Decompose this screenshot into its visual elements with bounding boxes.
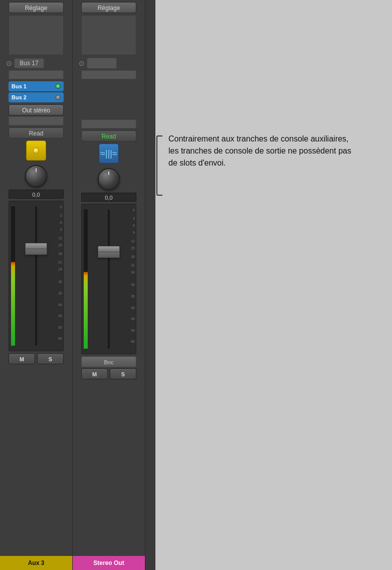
fader-area-stereo: 0 3 6 9 12 15 18 21 24 30 35 40 45 50 60 [81,204,136,354]
empty-slot-aux3-2 [9,116,64,125]
send1-label: Bus 1 [12,81,27,91]
waveform-icon-stereo: ≈|||≈ [100,149,117,159]
fader-area-aux3: 0 3 6 9 12 15 18 21 24 30 35 40 45 50 60 [9,201,64,351]
track-dot-aux3 [33,148,39,154]
fader-rail-stereo [108,209,110,349]
pan-knob-aux3[interactable] [24,164,49,189]
fader-rail-aux3 [35,206,37,346]
empty-slot-stereo-2 [81,119,136,128]
empty-slot-aux3-1 [9,70,64,79]
bus-slot-empty-stereo [87,58,117,69]
send-slot-bus2[interactable]: Bus 2 [9,92,64,102]
send1-dot [56,84,61,89]
send2-label: Bus 2 [12,92,27,102]
empty-slot-stereo-1 [81,70,136,79]
track-indicator-stereo: ≈|||≈ [99,144,119,164]
read-button-stereo[interactable]: Read [81,130,136,141]
annotation-bracket [156,135,162,196]
reglage-button-stereo[interactable]: Réglage [81,2,136,13]
track-indicator-aux3 [26,140,46,161]
pan-knob-stereo[interactable] [96,167,121,192]
output-label-aux3[interactable]: Out stéréo [9,104,64,115]
bus-routing-stereo: ⊙ [79,57,139,69]
link-icon-aux3: ⊙ [6,59,12,67]
solo-button-aux3[interactable]: S [37,353,64,364]
bnc-button-stereo[interactable]: Bnc [81,356,136,367]
channel-strip-aux3: Réglage ⊙ Bus 17 Bus 1 Bus 2 Out stéréo … [0,0,73,570]
link-icon-stereo: ⊙ [79,59,85,67]
mute-button-aux3[interactable]: M [9,353,35,364]
bus-label-aux3[interactable]: Bus 17 [14,58,44,68]
plugin-area-stereo [81,15,136,55]
mute-button-stereo[interactable]: M [81,368,108,379]
bus-routing-aux3: ⊙ Bus 17 [6,57,66,69]
fader-scale-aux3: 0 3 6 9 12 15 18 21 24 30 35 40 45 50 60 [53,205,62,347]
knob-stereo[interactable] [98,168,120,190]
send-slot-bus1[interactable]: Bus 1 [9,81,64,91]
annotation-text: Contrairement aux tranches de console au… [168,130,359,169]
channel-strip-stereo-out: Réglage ⊙ Read ≈|||≈ 0,0 [73,0,145,570]
knob-aux3[interactable] [25,165,47,187]
bottom-buttons-aux3: M S [9,353,64,364]
fader-scale-stereo: 0 3 6 9 12 15 18 21 24 30 35 40 45 50 60 [126,208,135,350]
fader-handle-stereo[interactable] [98,246,120,258]
solo-button-stereo[interactable]: S [110,368,136,379]
channel-name-aux3: Aux 3 [0,556,72,570]
vol-display-aux3: 0,0 [9,190,64,199]
read-button-aux3[interactable]: Read [9,127,64,138]
fader-handle-aux3[interactable] [25,243,47,255]
plugin-area-aux3 [9,15,64,55]
bottom-buttons-stereo: M S [81,368,136,379]
reglage-button-aux3[interactable]: Réglage [9,2,64,13]
send2-dot [56,95,61,100]
annotation-area: Contrairement aux tranches de console au… [156,130,382,196]
channel-name-stereo: Stereo Out [73,556,145,570]
vol-display-stereo: 0,0 [81,193,136,202]
